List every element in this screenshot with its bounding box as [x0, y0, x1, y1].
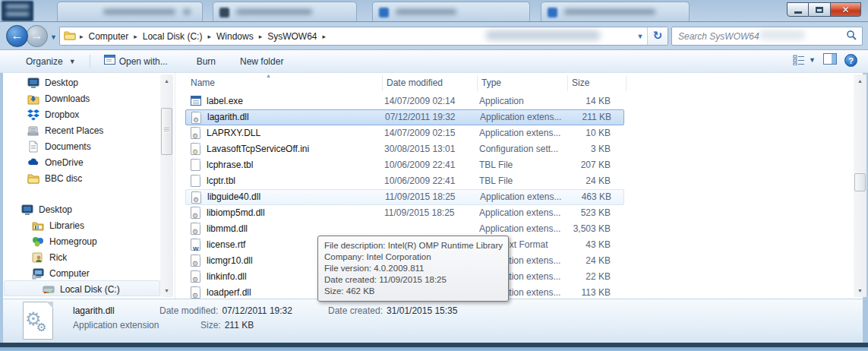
- breadcrumb-syswow64[interactable]: SysWOW64: [263, 31, 321, 42]
- scroll-down-icon[interactable]: ▼: [854, 284, 866, 297]
- scroll-up-icon[interactable]: ▲: [160, 74, 173, 87]
- table-row[interactable]: libiomp5md.dll 11/09/2015 18:25 Applicat…: [185, 205, 624, 221]
- background-tab[interactable]: [57, 2, 203, 21]
- maximize-button[interactable]: [809, 2, 831, 17]
- desktop-icon: [27, 77, 39, 89]
- onedrive-icon: [27, 157, 39, 169]
- scroll-down-icon[interactable]: ▼: [160, 284, 173, 297]
- window-caption-buttons: ✕: [787, 2, 861, 17]
- column-header-name[interactable]: Name: [191, 73, 215, 93]
- sidebar-item-label: Libraries: [49, 220, 84, 231]
- screenshot-root: { "icons": { "back": "←", "forward": "→"…: [0, 0, 868, 351]
- table-row-hover[interactable]: libguide40.dll 11/09/2015 18:25 Applicat…: [185, 189, 624, 205]
- scroll-up-icon[interactable]: ▲: [854, 74, 866, 87]
- background-tab-strip: ✕: [0, 0, 868, 21]
- column-separator: [382, 75, 383, 91]
- recent-places-icon: [27, 125, 39, 137]
- organize-button[interactable]: Organize ▼: [18, 53, 84, 70]
- sidebar-item-label: Rick: [49, 252, 67, 263]
- help-button[interactable]: ?: [844, 54, 857, 67]
- file-size: 211 KB: [543, 110, 611, 125]
- background-tab[interactable]: [372, 2, 530, 21]
- file-type: TBL File: [479, 173, 513, 189]
- sidebar-item-label: Downloads: [45, 93, 90, 104]
- views-button[interactable]: ▼: [793, 55, 816, 65]
- field-value: 211 KB: [225, 320, 254, 330]
- file-date: 11/09/2015 18:25: [384, 205, 455, 221]
- file-list-scrollbar[interactable]: ▲ ▼: [854, 74, 866, 297]
- background-tab[interactable]: [541, 2, 690, 21]
- folder-icon: [27, 172, 39, 185]
- recent-pages-dropdown[interactable]: ▼: [50, 33, 57, 41]
- breadcrumb-local-disk[interactable]: Local Disk (C:): [138, 31, 207, 42]
- table-row[interactable]: lcphrase.tbl 10/06/2009 22:41 TBL File 2…: [185, 157, 624, 173]
- sidebar-item-label: Documents: [45, 141, 91, 152]
- forward-icon: →: [31, 29, 43, 42]
- sidebar-scrollbar-thumb[interactable]: [161, 108, 172, 155]
- sidebar-item-documents[interactable]: Documents: [27, 138, 179, 154]
- file-size: 523 KB: [542, 205, 611, 221]
- close-button[interactable]: ✕: [831, 2, 861, 17]
- navigation-bar: ← → ▼ ▸ Computer ▸ Local Disk (C:) ▸ Win…: [0, 24, 868, 49]
- file-size: 24 KB: [542, 253, 611, 269]
- file-name: license.rtf: [207, 237, 245, 253]
- table-row[interactable]: lcptr.tbl 10/06/2009 22:41 TBL File 24 K…: [185, 173, 624, 189]
- file-size: 14 KB: [542, 93, 611, 109]
- minimize-icon: [794, 11, 802, 14]
- sidebar-item-recent-places[interactable]: Recent Places: [27, 122, 179, 138]
- file-name: lcptr.tbl: [207, 173, 235, 189]
- file-size: 22 KB: [542, 269, 611, 285]
- burn-button[interactable]: Burn: [189, 53, 223, 70]
- background-tab[interactable]: [213, 2, 357, 21]
- sidebar-item-desktop-tree[interactable]: Desktop: [21, 201, 173, 217]
- breadcrumb-computer[interactable]: Computer: [84, 31, 134, 42]
- forward-button[interactable]: →: [26, 25, 48, 47]
- explorer-window: ← → ▼ ▸ Computer ▸ Local Disk (C:) ▸ Win…: [0, 21, 868, 351]
- tab-favicon: [219, 8, 229, 17]
- column-header-date-modified[interactable]: Date modified: [387, 73, 443, 93]
- file-size: 24 KB: [542, 173, 611, 189]
- sidebar-item-label: BBC disc: [45, 173, 82, 184]
- address-dropdown-icon[interactable]: ▼: [633, 33, 647, 40]
- back-button[interactable]: ←: [6, 25, 28, 47]
- sidebar-item-label: Desktop: [39, 204, 72, 215]
- dll-file-icon-large: ⚙ ⚙: [23, 302, 53, 340]
- table-row[interactable]: LAPRXY.DLL 14/07/2009 02:15 Application …: [185, 125, 624, 141]
- new-folder-button[interactable]: New folder: [232, 53, 291, 70]
- column-header-size[interactable]: Size: [572, 73, 589, 93]
- sidebar-item-label: OneDrive: [45, 157, 84, 168]
- table-row[interactable]: LavasoftTcpServiceOff.ini 30/08/2015 13:…: [185, 141, 624, 157]
- gear-icon: ⚙: [36, 321, 46, 334]
- column-separator: [477, 75, 478, 91]
- sidebar-item-dropbox[interactable]: Dropbox: [27, 106, 179, 122]
- file-list-scrollbar-thumb[interactable]: [854, 173, 866, 191]
- blurred-overlay: [759, 30, 805, 40]
- maximize-icon: [816, 7, 823, 13]
- details-file-type: Application extension: [73, 320, 159, 330]
- folder-icon: [64, 30, 76, 43]
- preview-pane-button[interactable]: [823, 53, 837, 67]
- table-row[interactable]: libmmd.dll Application extens... 3,503 K…: [185, 221, 624, 237]
- file-name: libmmd.dll: [207, 221, 248, 237]
- minimize-button[interactable]: [787, 2, 809, 17]
- column-header-type[interactable]: Type: [481, 73, 501, 93]
- infotip-company: Company: Intel Corporation: [324, 251, 502, 263]
- table-row-selected[interactable]: lagarith.dll 07/12/2011 19:32 Applicatio…: [185, 109, 624, 125]
- sidebar-item-onedrive[interactable]: OneDrive: [27, 154, 179, 170]
- sidebar-item-bbc-disc[interactable]: BBC disc: [27, 170, 179, 186]
- application-icon: [191, 95, 201, 111]
- sidebar-scrollbar[interactable]: ▲ ▼: [160, 74, 173, 297]
- breadcrumb-windows[interactable]: Windows: [212, 31, 258, 42]
- table-row[interactable]: label.exe 14/07/2009 02:14 Application 1…: [185, 93, 624, 109]
- sidebar-item-desktop[interactable]: Desktop: [27, 74, 179, 90]
- window-frame-glass: [0, 347, 868, 351]
- details-size: Size: 211 KB: [200, 320, 254, 330]
- file-size: 207 KB: [542, 157, 611, 173]
- sidebar-item-label: Local Disk (C:): [60, 284, 120, 295]
- refresh-button[interactable]: ↻: [647, 27, 668, 45]
- file-size: 3,503 KB: [542, 221, 611, 237]
- sidebar-item-downloads[interactable]: Downloads: [27, 90, 179, 106]
- homegroup-icon: [32, 236, 44, 248]
- file-date: 30/08/2015 13:01: [384, 141, 455, 157]
- open-with-button[interactable]: Open with...: [96, 53, 175, 70]
